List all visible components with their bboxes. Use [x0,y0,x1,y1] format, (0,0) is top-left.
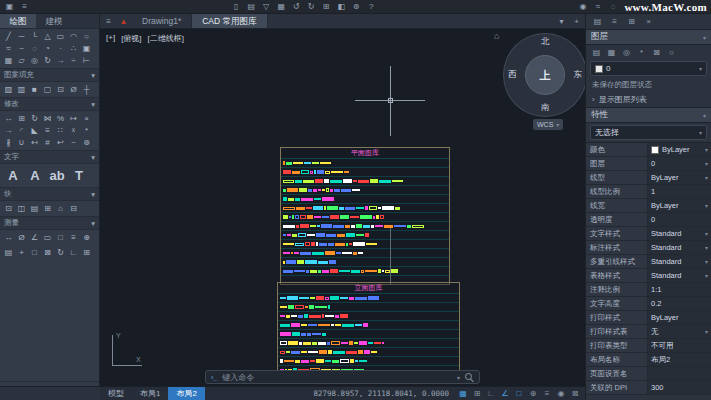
spell-check-icon[interactable]: ab [46,165,68,185]
properties-panel-header[interactable]: 特性 ▾ [586,107,711,123]
tab-list-icon[interactable]: ▾ [556,16,567,27]
multiple-points-icon[interactable]: ∴ [67,42,80,54]
app-badge-icon[interactable]: ▲ [118,16,129,27]
circle-icon[interactable]: ○ [80,30,93,42]
spline-icon[interactable]: ~ [15,42,28,54]
table-icon[interactable]: ▦ [2,54,15,66]
erase-icon[interactable]: ☓ [67,124,80,136]
tab-drawing1[interactable]: Drawing1* [132,14,192,28]
panel-close-icon[interactable]: × [643,16,654,27]
array-icon[interactable]: ∷ [54,124,67,136]
viewport-control-1[interactable]: [俯视] [121,33,141,44]
centerline-icon[interactable]: ┼ [80,83,93,95]
named-views-icon[interactable]: ▤ [2,246,15,258]
align-icon[interactable]: # [41,136,54,148]
gradient-icon[interactable]: ▥ [15,83,28,95]
compass-top-face[interactable]: 上 [525,55,565,95]
property-value-transparency[interactable]: 0 [648,213,711,226]
layout-grid-icon[interactable]: ⊞ [321,1,332,12]
property-value-annotation-scale[interactable]: 1:1 [648,283,711,296]
tab-draw[interactable]: 绘图 [0,14,36,28]
extend-icon[interactable]: → [2,124,15,136]
join-icon[interactable]: ∪ [15,136,28,148]
solid-fill-icon[interactable]: ■ [28,83,41,95]
undo-icon[interactable]: ↺ [291,1,302,12]
pan-icon[interactable]: + [15,246,28,258]
tools-icon[interactable]: ⊛ [351,1,362,12]
property-value-plot-table-type[interactable]: 不可用 [648,339,711,352]
break-icon[interactable]: ∦ [2,136,15,148]
mtext-icon[interactable]: A [2,165,24,185]
fullscreen-icon[interactable]: ⊠ [569,389,581,398]
property-value-mleader-style[interactable]: Standard▾ [648,255,711,268]
set-base-point-icon[interactable]: ⌂ [54,202,67,214]
volume-icon[interactable]: □ [54,231,67,243]
property-value-plot-style[interactable]: ByLayer [648,311,711,324]
point-icon[interactable]: · [54,42,67,54]
property-value-plot-style-table[interactable]: 无▾ [648,325,711,338]
annotation-monitor-icon[interactable]: ◉ [555,389,567,398]
property-value-linetype[interactable]: ByLayer▾ [648,171,711,184]
help-icon[interactable]: ? [366,1,377,12]
property-value-text-height[interactable]: 0.2 [648,297,711,310]
offset-icon[interactable]: ≡ [41,124,54,136]
angle-icon[interactable]: ∠ [28,231,41,243]
app-menu-icon[interactable]: ≡ [19,1,30,12]
property-value-layer[interactable]: 0▾ [648,157,711,170]
current-layer-selector[interactable]: 0 ▾ [590,61,707,76]
sync-cloud-icon[interactable]: ≈ [592,1,603,12]
app-window-icon[interactable]: ▣ [4,1,15,12]
move-icon[interactable]: ↔ [2,112,15,124]
layers-panel-header[interactable]: 图层 ▾ [586,29,711,45]
elliptical-arc-icon[interactable]: ◔ [41,42,54,54]
layer-freeze-icon[interactable]: * [636,47,647,58]
tab-model[interactable]: 模型 [100,387,132,400]
ortho-icon[interactable]: ∟ [485,389,497,398]
home-icon[interactable]: ⌂ [494,31,499,41]
rectangle-icon[interactable]: ▭ [54,30,67,42]
trim-icon[interactable]: × [80,112,93,124]
zoom-extents-icon[interactable]: ⊠ [41,246,54,258]
scale-icon[interactable]: % [54,112,67,124]
group-icon[interactable]: ⊛ [80,136,93,148]
block-editor-icon[interactable]: ▤ [28,202,41,214]
chamfer-icon[interactable]: ◣ [28,124,41,136]
regen-icon[interactable]: ↻ [54,246,67,258]
lineweight-display-icon[interactable]: ≡ [541,389,553,398]
ucs-icon[interactable]: ∟ [67,246,80,258]
distance-icon[interactable]: ↔ [2,231,15,243]
property-value-table-style[interactable]: Standard▾ [648,269,711,282]
polyline-icon[interactable]: └ [28,30,41,42]
insert-block-icon[interactable]: ⊡ [2,202,15,214]
construction-line-icon[interactable]: ─ [15,30,28,42]
palette-section-hatch[interactable]: 图案填充▾ [0,68,99,82]
revision-cloud-icon[interactable]: ≈ [2,42,15,54]
layer-lock-icon[interactable]: ⊠ [651,47,662,58]
user-account-icon[interactable]: ◉ [577,1,588,12]
chevron-down-icon[interactable]: ▾ [457,374,460,381]
zoom-window-icon[interactable]: □ [28,246,41,258]
list-icon[interactable]: ≡ [67,231,80,243]
viewport-control-2[interactable]: [二维线框] [148,33,184,44]
id-point-icon[interactable]: ⊕ [80,231,93,243]
palette-section-measure[interactable]: 测量▾ [0,216,99,230]
wipeout-icon[interactable]: ▱ [15,54,28,66]
coordinate-system-selector[interactable]: WCS ▾ [533,119,563,130]
palette-section-text[interactable]: 文字▾ [0,150,99,164]
object-track-icon[interactable]: ⊕ [527,389,539,398]
selection-filter[interactable]: 无选择 ▾ [590,125,707,140]
viewports-icon[interactable]: ⊞ [80,246,93,258]
copy-icon[interactable]: ⊞ [15,112,28,124]
print-icon[interactable]: ▦ [276,1,287,12]
mirror-icon[interactable]: ⋈ [41,112,54,124]
compass-north[interactable]: 北 [541,36,550,48]
attributes-icon[interactable]: ⊟ [67,202,80,214]
search-icon[interactable] [465,373,474,382]
redo-icon[interactable]: ↻ [306,1,317,12]
tab-cad-library[interactable]: CAD 常用图库 [192,14,267,28]
property-value-text-style[interactable]: Standard▾ [648,227,711,240]
panel-properties-icon[interactable]: ≡ [609,16,620,27]
reverse-icon[interactable]: ↩ [54,136,67,148]
compass-east[interactable]: 东 [574,69,583,81]
blend-icon[interactable]: ~ [67,136,80,148]
